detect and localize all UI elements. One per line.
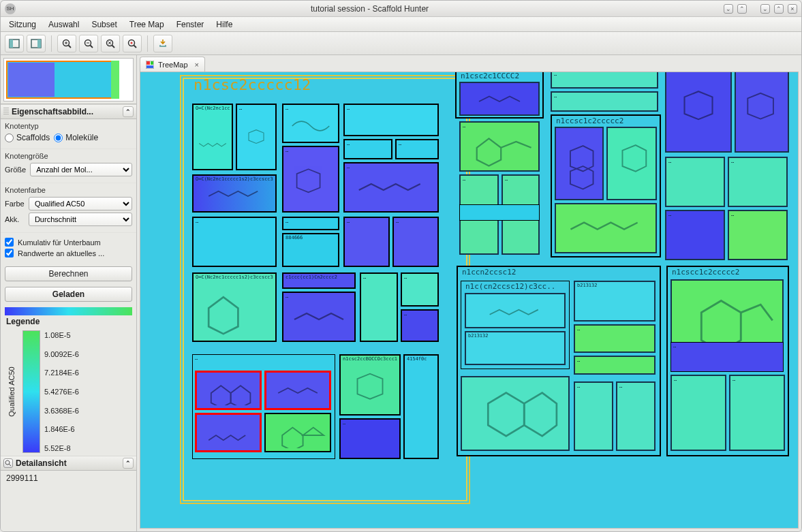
group-label: n1ccsc1c2ccccc2 — [556, 116, 623, 125]
menu-sitzung[interactable]: Sitzung — [3, 18, 42, 31]
block-knotengroesse: Knotengröße Größe Anzahl der Mol... — [1, 149, 136, 183]
group-label-big: n1csc2ccccc12 — [194, 76, 311, 93]
treemap-icon — [146, 61, 154, 69]
menu-hilfe[interactable]: Hilfe — [211, 18, 238, 31]
grip-icon — [3, 108, 9, 116]
tabstrip: TreeMap × — [137, 55, 801, 72]
svg-marker-29 — [358, 374, 383, 399]
minimap[interactable] — [1, 55, 136, 104]
block-knotenfarbe: Knotenfarbe Farbe Qualified AC50 Akk. Du… — [1, 183, 136, 233]
panel-right-icon[interactable] — [27, 35, 46, 52]
svg-marker-28 — [303, 428, 324, 435]
select-groesse[interactable]: Anzahl der Mol... — [30, 163, 132, 176]
legend-gradient — [22, 330, 40, 453]
tab-treemap[interactable]: TreeMap × — [140, 57, 205, 72]
legend-panel: Legende Qualified AC50 1.08E-5 9.0092E-6… — [1, 304, 136, 456]
titlebar: SH tutorial session - Scaffold Hunter ⌄ … — [1, 1, 801, 17]
panel-head-detail[interactable]: Detailansicht ⌃ — [1, 456, 136, 471]
legend-title: Legende — [6, 317, 132, 326]
svg-marker-37 — [524, 393, 557, 437]
panel-head-mapping[interactable]: Eigenschaftsabbild... ⌃ — [1, 104, 136, 119]
svg-marker-23 — [297, 169, 320, 192]
panel-title-mapping: Eigenschaftsabbild... — [12, 107, 93, 116]
content-area: TreeMap × n1csc2ccccc12 O=C(Nc2nc1ccccc1… — [137, 55, 801, 531]
svg-rect-19 — [146, 61, 150, 65]
group-label: n1c(cn2ccsc12)c3cc.. — [465, 282, 555, 291]
group-label: n1csc2c1CCCC2 — [461, 72, 519, 80]
radio-molekuele[interactable]: Moleküle — [54, 133, 98, 142]
window-title: tutorial session - Scaffold Hunter — [16, 4, 724, 14]
label-farbe: Farbe — [5, 200, 25, 208]
tab-close-icon[interactable]: × — [195, 61, 199, 69]
panel-title-detail: Detailansicht — [16, 458, 67, 468]
titlebar-roll-down-icon[interactable]: ⌄ — [724, 4, 733, 14]
svg-rect-21 — [146, 65, 153, 68]
svg-marker-30 — [477, 138, 501, 166]
zoom-fit-icon[interactable] — [101, 35, 120, 52]
svg-marker-27 — [282, 428, 303, 448]
svg-point-15 — [131, 42, 133, 44]
legend-strip — [5, 307, 132, 315]
maximize-icon[interactable]: ⌃ — [774, 4, 784, 14]
svg-rect-1 — [10, 40, 13, 48]
tab-label: TreeMap — [158, 61, 188, 69]
svg-marker-26 — [231, 386, 251, 405]
menu-fenster[interactable]: Fenster — [171, 18, 210, 31]
legend-ticks: 1.08E-5 9.0092E-6 7.2184E-6 5.4276E-6 3.… — [44, 330, 79, 453]
svg-marker-22 — [249, 130, 264, 144]
svg-rect-20 — [151, 61, 153, 65]
group-label: n1ccn2ccsc12 — [462, 268, 516, 277]
legend-knotentyp: Knotentyp — [5, 122, 132, 130]
toolbar — [1, 32, 801, 55]
minimize-icon[interactable]: ⌄ — [760, 4, 770, 14]
zoom-out-icon[interactable] — [79, 35, 98, 52]
menubar: Sitzung Auswahl Subset Tree Map Fenster … — [1, 17, 801, 32]
app-icon: SH — [5, 3, 16, 14]
svg-marker-31 — [570, 146, 593, 171]
svg-marker-33 — [622, 145, 646, 172]
svg-line-9 — [91, 45, 93, 48]
sidebar: Eigenschaftsabbild... ⌃ Knotentyp Scaffo… — [1, 55, 137, 531]
zoom-in-icon[interactable] — [57, 35, 76, 52]
svg-line-17 — [9, 464, 11, 466]
svg-marker-36 — [488, 393, 524, 437]
svg-marker-24 — [209, 297, 238, 334]
radio-scaffolds[interactable]: Scaffolds — [5, 133, 50, 142]
search-icon — [3, 458, 13, 468]
check-kumulativ[interactable] — [5, 238, 14, 247]
menu-treemap[interactable]: Tree Map — [124, 18, 170, 31]
chevron-up-icon[interactable]: ⌃ — [123, 458, 134, 469]
detail-value: 2999111 — [1, 471, 136, 486]
menu-auswahl[interactable]: Auswahl — [43, 18, 84, 31]
select-farbe[interactable]: Qualified AC50 — [29, 197, 132, 210]
legend-axis-label: Qualified AC50 — [5, 330, 18, 453]
check-randwerte[interactable] — [5, 249, 14, 257]
titlebar-roll-up-icon[interactable]: ⌃ — [737, 4, 747, 14]
label-groesse: Größe — [5, 166, 26, 174]
chevron-up-icon[interactable]: ⌃ — [123, 106, 134, 117]
select-akk[interactable]: Durchschnitt — [29, 213, 132, 226]
menu-subset[interactable]: Subset — [86, 18, 122, 31]
geladen-button[interactable]: Geladen — [5, 287, 132, 302]
legend-knotengroesse: Knotengröße — [5, 152, 132, 160]
svg-rect-3 — [37, 40, 41, 48]
treemap-canvas[interactable]: n1csc2ccccc12 O=C(Nc2nc1ccccc1s2)c3ccscc… — [140, 72, 799, 529]
legend-knotenfarbe: Knotenfarbe — [5, 186, 132, 194]
svg-line-14 — [134, 45, 137, 48]
svg-line-5 — [69, 45, 72, 48]
group-label: n1cscc1c2ccccc2 — [672, 268, 739, 277]
export-icon[interactable] — [153, 35, 172, 52]
svg-line-12 — [112, 45, 115, 48]
berechnen-button[interactable]: Berechnen — [5, 266, 132, 281]
zoom-region-icon[interactable] — [123, 35, 142, 52]
svg-marker-34 — [685, 91, 713, 119]
block-knotentyp: Knotentyp Scaffolds Moleküle — [1, 119, 136, 149]
label-akk: Akk. — [5, 215, 25, 223]
close-icon[interactable]: × — [788, 4, 797, 14]
svg-marker-25 — [211, 386, 231, 405]
svg-marker-35 — [747, 93, 773, 119]
panel-left-icon[interactable] — [5, 35, 24, 52]
svg-marker-32 — [570, 166, 593, 189]
